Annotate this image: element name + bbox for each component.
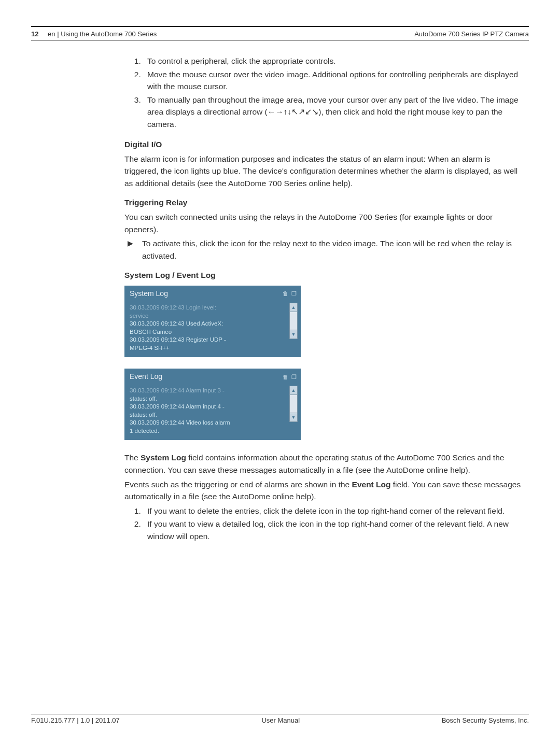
triggering-relay-intro: You can switch connected units using the… <box>124 211 524 235</box>
scroll-up-icon[interactable]: ▲ <box>290 386 297 395</box>
page-header: 12 en | Using the AutoDome 700 Series Au… <box>31 30 529 40</box>
trash-icon[interactable] <box>283 289 288 298</box>
triangle-bullet-icon: ▶ <box>124 237 142 249</box>
log-line: 30.03.2009 09:12:44 Alarm input 3 - <box>130 387 297 395</box>
text-run: The <box>124 453 141 462</box>
scroll-up-icon[interactable]: ▲ <box>290 303 297 312</box>
digital-io-heading: Digital I/O <box>124 138 524 151</box>
scroll-down-icon[interactable]: ▼ <box>290 413 297 421</box>
list-item: To manually pan throughout the image are… <box>143 94 524 131</box>
event-log-body: 30.03.2009 09:12:44 Alarm input 3 - stat… <box>124 385 301 440</box>
list-item: If you want to view a detailed log, clic… <box>143 518 524 542</box>
footer-right: Bosch Security Systems, Inc. <box>442 716 529 724</box>
scroll-down-icon[interactable]: ▼ <box>290 330 297 339</box>
intro-ordered-list: To control a peripheral, click the appro… <box>124 55 524 130</box>
header-left-text: en | Using the AutoDome 700 Series <box>48 30 157 38</box>
log-line: 30.03.2009 09:12:43 Login level: <box>130 304 297 312</box>
system-log-title: System Log <box>130 288 168 299</box>
system-log-titlebar: System Log <box>124 286 301 302</box>
event-log-panel: Event Log 30.03.2009 09:12:44 Alarm inpu… <box>124 369 301 440</box>
system-log-body: 30.03.2009 09:12:43 Login level: service… <box>124 302 301 357</box>
page-footer: F.01U.215.777 | 1.0 | 2011.07 User Manua… <box>31 710 529 724</box>
post-paragraph-2: Events such as the triggering or end of … <box>124 478 524 503</box>
log-line: status: off. <box>130 395 297 403</box>
triggering-relay-heading: Triggering Relay <box>124 196 524 209</box>
footer-left: F.01U.215.777 | 1.0 | 2011.07 <box>31 716 120 724</box>
digital-io-text: The alarm icon is for information purpos… <box>124 153 524 190</box>
popout-icon[interactable] <box>291 289 297 298</box>
event-log-titlebar: Event Log <box>124 369 301 385</box>
logs-heading: System Log / Event Log <box>124 269 524 281</box>
log-line: BOSCH Cameo <box>130 328 297 336</box>
trash-icon[interactable] <box>283 372 288 382</box>
log-line: 1 detected. <box>130 427 297 435</box>
log-line: 30.03.2009 09:12:43 Used ActiveX: <box>130 320 297 328</box>
log-line: MPEG-4 SH++ <box>130 344 297 353</box>
header-right-text: AutoDome 700 Series IP PTZ Camera <box>414 30 529 38</box>
log-line: 30.03.2009 09:12:44 Alarm input 4 - <box>130 403 297 411</box>
event-log-title: Event Log <box>130 371 162 382</box>
triggering-relay-bullet-row: ▶ To activate this, click the icon for t… <box>124 237 524 262</box>
triggering-relay-bullet: To activate this, click the icon for the… <box>142 237 524 262</box>
popout-icon[interactable] <box>291 372 297 382</box>
scrollbar[interactable]: ▲ ▼ <box>289 303 298 339</box>
log-line: 30.03.2009 09:12:44 Video loss alarm <box>130 419 297 427</box>
list-item: To control a peripheral, click the appro… <box>143 55 524 67</box>
text-run: Events such as the triggering or end of … <box>124 480 352 489</box>
list-item: If you want to delete the entries, click… <box>143 505 524 517</box>
page-number: 12 <box>31 30 38 38</box>
log-line: 30.03.2009 09:12:43 Register UDP - <box>130 336 297 344</box>
list-item: Move the mouse cursor over the video ima… <box>143 68 524 93</box>
post-paragraph-1: The System Log field contains informatio… <box>124 452 524 476</box>
system-log-panel: System Log 30.03.2009 09:12:43 Login lev… <box>124 286 301 357</box>
scrollbar[interactable]: ▲ ▼ <box>289 386 298 422</box>
header-left: 12 en | Using the AutoDome 700 Series <box>31 30 157 38</box>
log-line: status: off. <box>130 411 297 419</box>
post-ordered-list: If you want to delete the entries, click… <box>124 505 524 543</box>
log-line: service <box>130 312 297 320</box>
bold-event-log: Event Log <box>352 480 391 489</box>
footer-center: User Manual <box>261 716 300 724</box>
bold-system-log: System Log <box>141 453 186 462</box>
